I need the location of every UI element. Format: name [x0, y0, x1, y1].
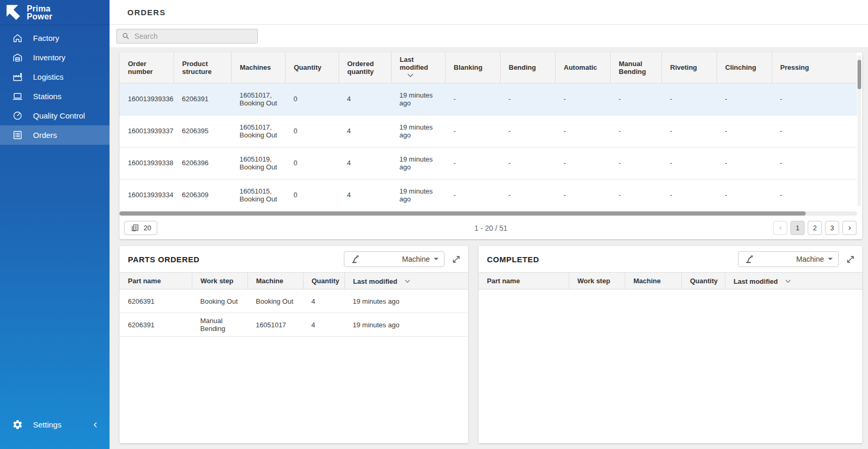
column-header-automatic[interactable]: Automatic [555, 52, 610, 83]
column-header-product-structure[interactable]: Product structure [173, 52, 231, 83]
column-header-order-number[interactable]: Order number [120, 52, 173, 83]
search-toolbar [110, 25, 868, 47]
search-input[interactable] [134, 32, 253, 40]
page-title: ORDERS [127, 8, 166, 17]
page-size-value: 20 [144, 224, 151, 232]
warehouse-icon [12, 52, 23, 63]
column-header-last-modified[interactable]: Last modified [391, 52, 445, 83]
bottom-panels: PARTS ORDERED Machine [120, 246, 862, 443]
order-row[interactable]: 160013939338 6206396 16051019, Booking O… [120, 147, 857, 179]
parts-ordered-title: PARTS ORDERED [128, 255, 200, 264]
sidebar-item-label: Inventory [33, 53, 66, 62]
parts-ordered-row[interactable]: 6206391 Manual Bending 16051017 4 19 min… [120, 313, 468, 337]
orders-table: Order number Product structure Machines … [120, 52, 857, 211]
sidebar: Prima Power Factory Inventory Logistics [0, 0, 110, 449]
parts-ordered-machine-filter[interactable]: Machine [344, 251, 444, 267]
column-header-quantity[interactable]: Quantity [681, 273, 725, 290]
column-header-work-step[interactable]: Work step [192, 273, 247, 290]
next-page-button[interactable] [842, 221, 856, 235]
machine-filter-label: Machine [796, 255, 824, 263]
cell-manual-bending: - [610, 83, 661, 115]
page-size-button[interactable]: 20 [124, 221, 157, 235]
chevron-left-icon [778, 226, 783, 231]
order-row[interactable]: 160013939337 6206395 16051017, Booking O… [120, 115, 857, 147]
search-box[interactable] [116, 29, 258, 44]
parts-ordered-expand-button[interactable] [451, 254, 461, 264]
column-header-pressing[interactable]: Pressing [772, 52, 857, 83]
vertical-scrollbar[interactable] [858, 55, 861, 206]
cell-blanking: - [445, 147, 500, 179]
cell-pressing: - [772, 83, 857, 115]
expand-icon [845, 254, 855, 264]
parts-ordered-empty-area [120, 337, 468, 443]
cell-riveting: - [661, 179, 717, 211]
brand-name: Prima Power [27, 5, 52, 20]
column-header-last-modified[interactable]: Last modified [344, 273, 468, 290]
column-header-work-step[interactable]: Work step [569, 273, 625, 290]
cell-product-structure: 6206396 [173, 147, 231, 179]
cell-automatic: - [555, 179, 610, 211]
sidebar-item-factory[interactable]: Factory [0, 28, 110, 48]
cell-last-modified: 19 minutes ago [391, 147, 445, 179]
page-button-2[interactable]: 2 [808, 221, 822, 235]
sidebar-item-stations[interactable]: Stations [0, 87, 110, 106]
sidebar-item-label: Factory [33, 34, 59, 42]
sidebar-item-orders[interactable]: Orders [0, 125, 110, 145]
cell-machines: 16051019, Booking Out [231, 147, 285, 179]
sidebar-item-logistics[interactable]: Logistics [0, 67, 110, 87]
column-header-machine[interactable]: Machine [247, 273, 303, 290]
settings-label: Settings [33, 420, 61, 429]
order-row[interactable]: 160013939334 6206309 16051015, Booking O… [120, 179, 857, 211]
completed-expand-button[interactable] [845, 254, 855, 264]
column-header-machine[interactable]: Machine [625, 273, 681, 290]
column-header-machines[interactable]: Machines [231, 52, 285, 83]
sidebar-item-inventory[interactable]: Inventory [0, 48, 110, 67]
completed-table: Part name Work step Machine Quantity Las… [479, 272, 862, 290]
cell-last-modified: 19 minutes ago [391, 83, 445, 115]
column-header-bending[interactable]: Bending [500, 52, 555, 83]
page-button-1[interactable]: 1 [790, 221, 805, 235]
sort-descending-icon [405, 277, 410, 285]
column-header-blanking[interactable]: Blanking [445, 52, 500, 83]
column-header-part-name[interactable]: Part name [479, 273, 569, 290]
cell-machines: 16051015, Booking Out [231, 179, 285, 211]
parts-ordered-row[interactable]: 6206391 Booking Out Booking Out 4 19 min… [120, 290, 468, 313]
cell-blanking: - [445, 83, 500, 115]
sidebar-menu: Factory Inventory Logistics Stations Qua… [0, 28, 110, 145]
column-header-part-name[interactable]: Part name [120, 273, 192, 290]
cell-clinching: - [717, 147, 772, 179]
cell-pressing: - [772, 179, 857, 211]
cell-manual-bending: - [610, 147, 661, 179]
vertical-scrollbar-thumb[interactable] [858, 60, 861, 89]
order-row[interactable]: 160013939336 6206391 16051017, Booking O… [120, 83, 857, 115]
column-header-last-modified[interactable]: Last modified [725, 273, 862, 290]
horizontal-scrollbar-thumb[interactable] [120, 211, 806, 216]
gear-icon [12, 419, 23, 430]
cell-riveting: - [661, 115, 717, 147]
cell-quantity: 0 [285, 83, 339, 115]
column-header-manual-bending[interactable]: Manual Bending [610, 52, 661, 83]
cell-pressing: - [772, 147, 857, 179]
main-content: ORDERS Order number Product structure Ma… [110, 0, 868, 449]
previous-page-button[interactable] [773, 221, 787, 235]
prima-power-logo-icon [5, 4, 23, 22]
sidebar-item-settings[interactable]: Settings [0, 415, 110, 434]
sidebar-item-label: Quality Control [33, 111, 85, 120]
chevron-right-icon [847, 226, 852, 231]
sidebar-item-quality-control[interactable]: Quality Control [0, 106, 110, 125]
column-header-quantity[interactable]: Quantity [285, 52, 339, 83]
page-button-3[interactable]: 3 [825, 221, 839, 235]
column-header-quantity[interactable]: Quantity [303, 273, 344, 290]
cell-blanking: - [445, 179, 500, 211]
column-header-riveting[interactable]: Riveting [661, 52, 717, 83]
sidebar-collapse-button[interactable] [92, 421, 99, 429]
completed-machine-filter[interactable]: Machine [738, 251, 839, 267]
column-header-clinching[interactable]: Clinching [717, 52, 772, 83]
cell-machine: 16051017 [247, 313, 303, 337]
cell-quantity: 4 [303, 313, 344, 337]
orders-table-header-row: Order number Product structure Machines … [120, 52, 857, 83]
cell-clinching: - [717, 115, 772, 147]
cell-bending: - [500, 115, 555, 147]
column-header-ordered-quantity[interactable]: Ordered quantity [339, 52, 391, 83]
horizontal-scrollbar[interactable] [120, 211, 857, 216]
